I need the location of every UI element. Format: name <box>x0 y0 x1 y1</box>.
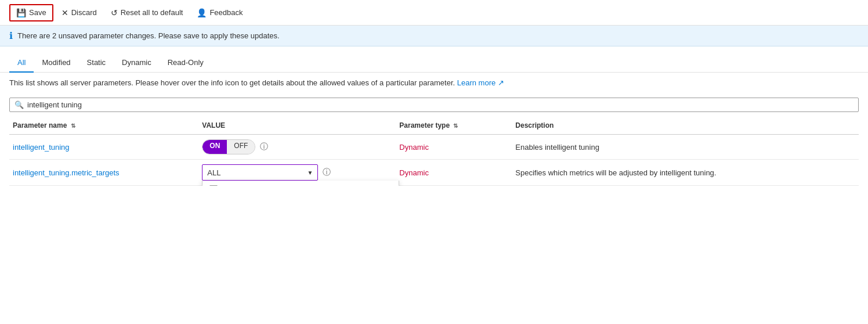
table-row: intelligent_tuning ON OFF ⓘ Dynamic En <box>9 135 859 160</box>
table-header-row: Parameter name ⇅ VALUE Parameter type ⇅ … <box>9 117 859 135</box>
dropdown-item-label-0: STORAGE-BGWRITER_DELAY <box>222 185 331 186</box>
toggle-on-label: ON <box>202 140 227 154</box>
param-name-cell-2: intelligent_tuning.metric_targets <box>9 160 198 186</box>
tab-all[interactable]: All <box>9 53 34 73</box>
tab-modified[interactable]: Modified <box>34 53 78 73</box>
param-name-cell: intelligent_tuning <box>9 135 198 160</box>
feedback-button[interactable]: 👤 Feedback <box>191 5 248 20</box>
param-value-cell-2: ALL ▼ STORAGE-BGWRITER_DELAY <box>198 160 396 186</box>
learn-more-label: Learn more <box>457 78 496 87</box>
tabs: All Modified Static Dynamic Read-Only <box>9 53 859 72</box>
dropdown-arrow-icon: ▼ <box>307 170 313 176</box>
tabs-area: All Modified Static Dynamic Read-Only <box>0 46 868 73</box>
toggle-off-label: OFF <box>227 140 255 154</box>
search-input[interactable] <box>27 100 853 109</box>
param-type-label-2: Dynamic <box>399 168 429 177</box>
search-box: 🔍 <box>9 98 859 112</box>
save-label: Save <box>29 8 46 17</box>
param-type-cell-2: Dynamic <box>396 160 512 186</box>
dropdown-item-0[interactable]: STORAGE-BGWRITER_DELAY <box>202 181 399 186</box>
col-header-value: VALUE <box>198 117 396 135</box>
param-desc-cell-1: Enables intelligent tuning <box>512 135 859 160</box>
col-header-name: Parameter name ⇅ <box>9 117 198 135</box>
tab-dynamic[interactable]: Dynamic <box>114 53 160 73</box>
dropdown-select[interactable]: ALL ▼ <box>202 164 318 181</box>
param-type-label-1: Dynamic <box>399 143 429 152</box>
param-name-link-2[interactable]: intelligent_tuning.metric_targets <box>13 168 120 177</box>
save-button[interactable]: 💾 Save <box>9 4 53 21</box>
param-type-cell-1: Dynamic <box>396 135 512 160</box>
save-icon: 💾 <box>16 8 26 17</box>
toggle-switch[interactable]: ON OFF <box>202 139 255 154</box>
param-info-icon-2[interactable]: ⓘ <box>323 167 331 178</box>
feedback-label: Feedback <box>209 8 243 17</box>
description-body: This list shows all server parameters. P… <box>9 78 455 87</box>
discard-label: Discard <box>71 8 97 17</box>
dropdown-value-label: ALL <box>207 168 220 177</box>
param-description-1: Enables intelligent tuning <box>515 143 599 152</box>
discard-icon: ✕ <box>62 8 68 17</box>
table-container: Parameter name ⇅ VALUE Parameter type ⇅ … <box>0 117 868 186</box>
table-row: intelligent_tuning.metric_targets ALL ▼ <box>9 160 859 186</box>
dropdown-menu: STORAGE-BGWRITER_DELAY STORAGE-CHECKPOIN… <box>202 181 399 186</box>
banner-message: There are 2 unsaved parameter changes. P… <box>17 31 280 40</box>
search-icon: 🔍 <box>15 100 24 109</box>
col-header-description: Description <box>512 117 859 135</box>
discard-button[interactable]: ✕ Discard <box>56 5 103 20</box>
toolbar: 💾 Save ✕ Discard ↺ Reset all to default … <box>0 0 868 26</box>
tab-static[interactable]: Static <box>79 53 114 73</box>
description-text: This list shows all server parameters. P… <box>0 73 868 93</box>
param-table: Parameter name ⇅ VALUE Parameter type ⇅ … <box>9 117 859 186</box>
learn-more-link[interactable]: Learn more ↗ <box>457 78 504 87</box>
reset-icon: ↺ <box>111 8 118 17</box>
reset-button[interactable]: ↺ Reset all to default <box>105 5 189 20</box>
feedback-icon: 👤 <box>197 8 207 17</box>
param-desc-cell-2: Specifies which metrics will be adjusted… <box>512 160 859 186</box>
param-value-cell-1: ON OFF ⓘ <box>198 135 396 160</box>
reset-label: Reset all to default <box>121 8 183 17</box>
info-banner: ℹ There are 2 unsaved parameter changes.… <box>0 26 868 46</box>
sort-name-icon[interactable]: ⇅ <box>71 123 75 129</box>
search-area: 🔍 <box>0 93 868 117</box>
param-description-2: Specifies which metrics will be adjusted… <box>515 168 716 177</box>
param-name-link-1[interactable]: intelligent_tuning <box>13 143 70 152</box>
col-header-type: Parameter type ⇅ <box>396 117 512 135</box>
sort-type-icon[interactable]: ⇅ <box>453 123 458 129</box>
dropdown-container: ALL ▼ STORAGE-BGWRITER_DELAY <box>202 164 318 181</box>
info-icon: ℹ <box>9 30 13 41</box>
toggle-group: ON OFF ⓘ <box>202 139 392 154</box>
param-info-icon-1[interactable]: ⓘ <box>260 142 268 152</box>
checkbox-0 <box>209 185 218 186</box>
tab-readonly[interactable]: Read-Only <box>160 53 212 73</box>
